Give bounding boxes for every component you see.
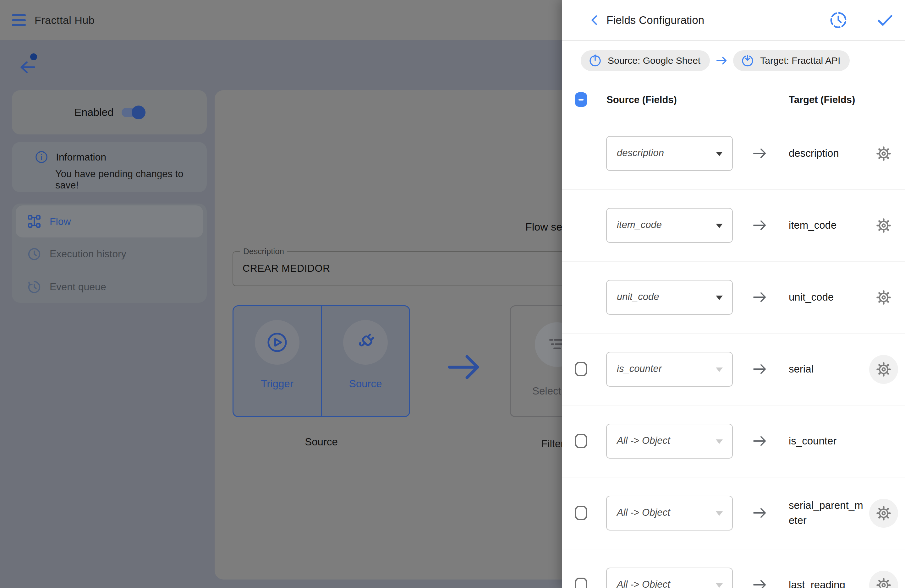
gear-icon[interactable] bbox=[869, 283, 898, 312]
sidebar-item-label: Flow bbox=[50, 216, 71, 227]
information-card: Information You have pending changes to … bbox=[12, 142, 207, 192]
trigger-source-node: Trigger Source bbox=[233, 305, 410, 417]
source-chip[interactable]: Source: Google Sheet bbox=[581, 50, 710, 71]
field-mapping-row: description description bbox=[562, 118, 905, 190]
source-field-value: description bbox=[617, 147, 664, 158]
enabled-label: Enabled bbox=[75, 106, 114, 119]
history-toggle-icon[interactable] bbox=[828, 10, 848, 30]
notification-dot bbox=[30, 53, 37, 60]
target-chip[interactable]: Target: Fracttal API bbox=[733, 50, 850, 71]
gear-icon[interactable] bbox=[869, 355, 898, 384]
trigger-node-button[interactable]: Trigger bbox=[233, 306, 321, 416]
target-field-label: unit_code bbox=[789, 277, 864, 317]
clock-icon bbox=[27, 247, 41, 262]
row-checkbox[interactable] bbox=[575, 578, 587, 588]
chevron-down-icon bbox=[716, 368, 723, 372]
source-field-select[interactable]: description bbox=[606, 136, 733, 171]
download-circle-icon bbox=[741, 54, 754, 68]
chevron-down-icon bbox=[716, 223, 723, 228]
sidebar-item-flow[interactable]: Flow bbox=[16, 205, 203, 238]
target-field-label: description bbox=[789, 133, 864, 173]
source-node-button[interactable]: Source bbox=[321, 306, 409, 416]
source-field-value: is_counter bbox=[617, 363, 662, 374]
chevron-left-icon[interactable] bbox=[586, 12, 603, 28]
source-field-select[interactable]: is_counter bbox=[606, 352, 733, 387]
arrow-right-icon bbox=[750, 144, 768, 162]
select-all-checkbox[interactable] bbox=[575, 92, 587, 107]
row-checkbox[interactable] bbox=[575, 362, 587, 376]
source-field-value: All -> Object bbox=[617, 579, 670, 588]
arrow-right-icon bbox=[750, 360, 768, 378]
sidebar-item-execution-history[interactable]: Execution history bbox=[12, 238, 207, 271]
sidebar-item-event-queue[interactable]: Event queue bbox=[12, 271, 207, 303]
sidebar-item-label: Event queue bbox=[50, 281, 106, 293]
sidebar-item-label: Execution history bbox=[50, 248, 126, 260]
field-mapping-row: is_counter serial bbox=[562, 334, 905, 406]
target-field-label: is_counter bbox=[789, 421, 864, 461]
connector-chips: Source: Google Sheet Target: Fracttal AP… bbox=[581, 50, 850, 71]
target-field-label: last_reading bbox=[789, 565, 864, 588]
hamburger-icon[interactable] bbox=[12, 14, 26, 26]
source-field-value: item_code bbox=[617, 219, 662, 231]
chevron-down-icon bbox=[716, 511, 723, 516]
field-mapping-row: All -> Object last_reading bbox=[562, 549, 905, 588]
field-mapping-row: All -> Object serial_parent_meter bbox=[562, 477, 905, 549]
app-title: Fracttal Hub bbox=[35, 14, 95, 26]
row-checkbox[interactable] bbox=[575, 434, 587, 448]
target-chip-label: Target: Fracttal API bbox=[760, 55, 840, 66]
gear-icon[interactable] bbox=[869, 499, 898, 528]
source-field-select[interactable]: unit_code bbox=[606, 280, 733, 315]
fields-table-header: Source (Fields) Target (Fields) bbox=[562, 92, 905, 108]
filter-step-caption: Filter bbox=[541, 438, 564, 450]
field-mapping-row: All -> Object is_counter bbox=[562, 406, 905, 477]
arrow-right-icon bbox=[750, 504, 768, 522]
upload-circle-icon bbox=[588, 54, 602, 68]
gear-icon[interactable] bbox=[869, 139, 898, 168]
arrow-right-icon bbox=[443, 346, 484, 388]
arrow-right-icon bbox=[750, 288, 768, 306]
gear-icon[interactable] bbox=[869, 211, 898, 240]
info-message: You have pending changes to save! bbox=[12, 164, 207, 191]
fields-configuration-drawer: Fields Configuration Source: Google Shee… bbox=[562, 0, 905, 588]
row-checkbox[interactable] bbox=[575, 506, 587, 520]
drawer-title: Fields Configuration bbox=[607, 14, 704, 26]
chevron-down-icon bbox=[716, 152, 723, 156]
arrow-right-icon bbox=[750, 576, 768, 588]
chevron-down-icon bbox=[716, 583, 723, 588]
schema-icon bbox=[27, 214, 41, 229]
chevron-down-icon bbox=[716, 439, 723, 444]
back-arrow-icon[interactable] bbox=[17, 57, 38, 77]
source-field-select[interactable]: item_code bbox=[606, 208, 733, 243]
sidebar-nav: Flow Execution history Event queue bbox=[12, 204, 207, 303]
trigger-node-label: Trigger bbox=[261, 378, 293, 390]
field-mapping-row: unit_code unit_code bbox=[562, 262, 905, 334]
source-field-select[interactable]: All -> Object bbox=[606, 424, 733, 459]
source-field-select[interactable]: All -> Object bbox=[606, 567, 733, 588]
target-field-label: serial_parent_meter bbox=[789, 493, 864, 533]
drawer-header: Fields Configuration bbox=[562, 0, 905, 41]
info-title: Information bbox=[56, 151, 106, 163]
description-field-label: Description bbox=[240, 247, 287, 256]
chevron-down-icon bbox=[716, 296, 723, 300]
fields-mapping-list: description description bbox=[562, 118, 905, 588]
enabled-card: Enabled bbox=[12, 90, 207, 135]
source-field-value: unit_code bbox=[617, 291, 659, 303]
target-field-label: serial bbox=[789, 349, 864, 389]
source-field-value: All -> Object bbox=[617, 507, 670, 518]
play-circle-icon bbox=[255, 320, 300, 365]
source-field-select[interactable]: All -> Object bbox=[606, 496, 733, 531]
source-chip-label: Source: Google Sheet bbox=[608, 55, 700, 66]
arrow-right-icon bbox=[750, 216, 768, 234]
target-column-header: Target (Fields) bbox=[789, 94, 855, 106]
check-icon[interactable] bbox=[875, 10, 895, 30]
source-node-label: Source bbox=[349, 378, 382, 390]
source-column-header: Source (Fields) bbox=[607, 94, 677, 106]
gear-icon[interactable] bbox=[869, 571, 898, 588]
arrow-right-icon bbox=[750, 432, 768, 450]
enabled-toggle[interactable] bbox=[122, 108, 144, 117]
description-field-value: CREAR MEDIDOR bbox=[243, 263, 330, 274]
history-icon bbox=[27, 280, 41, 294]
source-step-caption: Source bbox=[233, 436, 410, 448]
source-field-value: All -> Object bbox=[617, 435, 670, 446]
plug-icon bbox=[343, 320, 388, 365]
